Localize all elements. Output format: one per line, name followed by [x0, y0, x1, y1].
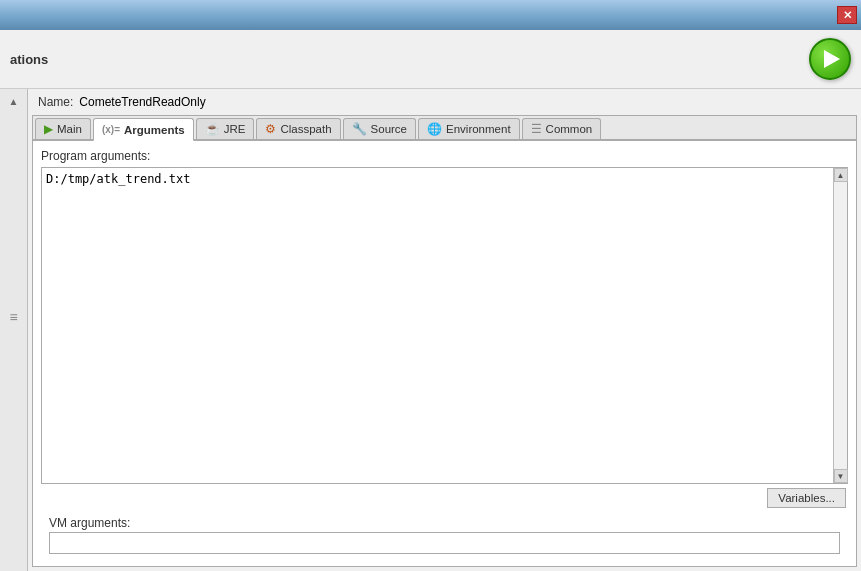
- tabs-bar: ▶ Main (x)= Arguments ☕ JRE ⚙ Classpath: [33, 116, 856, 141]
- tab-classpath[interactable]: ⚙ Classpath: [256, 118, 340, 139]
- tab-jre-label: JRE: [224, 123, 246, 135]
- name-row: Name: CometeTrendReadOnly: [28, 89, 861, 115]
- close-button[interactable]: ✕: [837, 6, 857, 24]
- tab-container: ▶ Main (x)= Arguments ☕ JRE ⚙ Classpath: [32, 115, 857, 567]
- tab-arguments-label: Arguments: [124, 124, 185, 136]
- vm-args-label: VM arguments:: [49, 516, 840, 530]
- tab-classpath-label: Classpath: [280, 123, 331, 135]
- vm-args-input[interactable]: [50, 533, 839, 553]
- tab-source-label: Source: [371, 123, 407, 135]
- main-window: ations ▲ ≡ Name: CometeTrendReadOnly ▶: [0, 30, 861, 571]
- common-tab-icon: ☰: [531, 122, 542, 136]
- dialog-title: ations: [10, 52, 48, 67]
- tab-arguments[interactable]: (x)= Arguments: [93, 118, 194, 141]
- program-args-scrollbar: ▲ ▼: [833, 168, 847, 483]
- arguments-tab-icon: (x)=: [102, 124, 120, 135]
- variables-row: Variables...: [41, 484, 848, 512]
- header-row: ations: [0, 30, 861, 89]
- classpath-tab-icon: ⚙: [265, 122, 276, 136]
- tab-environment[interactable]: 🌐 Environment: [418, 118, 520, 139]
- environment-tab-icon: 🌐: [427, 122, 442, 136]
- jre-tab-icon: ☕: [205, 122, 220, 136]
- arguments-tab-content: Program arguments: ▲ ▼ Variables...: [33, 141, 856, 566]
- main-tab-icon: ▶: [44, 122, 53, 136]
- program-args-label: Program arguments:: [41, 149, 848, 163]
- tab-environment-label: Environment: [446, 123, 511, 135]
- tab-source[interactable]: 🔧 Source: [343, 118, 416, 139]
- tab-common[interactable]: ☰ Common: [522, 118, 602, 139]
- tab-jre[interactable]: ☕ JRE: [196, 118, 255, 139]
- name-value: CometeTrendReadOnly: [79, 95, 205, 109]
- name-label: Name:: [38, 95, 73, 109]
- content-area: ▲ ≡ Name: CometeTrendReadOnly ▶ Main: [0, 89, 861, 571]
- main-panel: Name: CometeTrendReadOnly ▶ Main (x)= Ar…: [28, 89, 861, 571]
- variables-button[interactable]: Variables...: [767, 488, 846, 508]
- program-args-wrapper: ▲ ▼: [41, 167, 848, 484]
- vm-section: VM arguments:: [41, 512, 848, 558]
- scrollbar-up-button[interactable]: ▲: [834, 168, 848, 182]
- sidebar-arrow-up[interactable]: ▲: [9, 96, 19, 107]
- tab-main-label: Main: [57, 123, 82, 135]
- vm-args-wrapper: [49, 532, 840, 554]
- scrollbar-down-button[interactable]: ▼: [834, 469, 848, 483]
- run-button[interactable]: [809, 38, 851, 80]
- run-icon: [824, 50, 840, 68]
- tab-common-label: Common: [546, 123, 593, 135]
- title-bar: ✕: [0, 0, 861, 30]
- tab-main[interactable]: ▶ Main: [35, 118, 91, 139]
- sidebar-resize-handle[interactable]: ≡: [9, 309, 17, 325]
- source-tab-icon: 🔧: [352, 122, 367, 136]
- program-args-textarea[interactable]: [42, 168, 833, 483]
- left-sidebar: ▲ ≡: [0, 89, 28, 571]
